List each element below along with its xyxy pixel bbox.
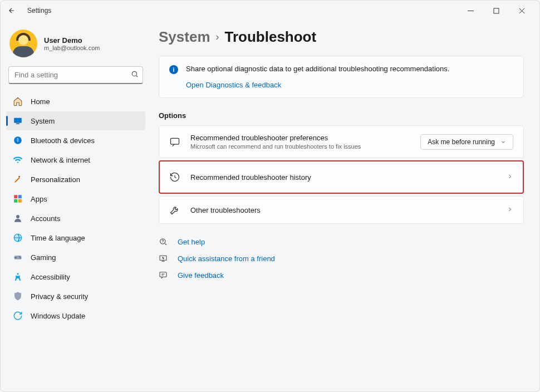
svg-rect-3 — [14, 118, 22, 123]
page-title: Troubleshoot — [225, 28, 317, 46]
minimize-button[interactable] — [463, 3, 478, 18]
svg-rect-6 — [18, 176, 20, 178]
user-name: User Demo — [44, 36, 100, 45]
info-text: Share optional diagnostic data to get ad… — [186, 64, 449, 74]
sidebar-item-windows-update[interactable]: Windows Update — [6, 306, 145, 325]
chat-icon — [169, 136, 180, 148]
link-label: Give feedback — [178, 271, 224, 280]
svg-point-15 — [20, 258, 21, 259]
info-bar: i Share optional diagnostic data to get … — [159, 56, 524, 98]
quick-assistance-link[interactable]: Quick assistance from a friend — [159, 254, 524, 263]
card-sub: Microsoft can recommend and run troubles… — [190, 143, 410, 150]
svg-rect-17 — [171, 138, 179, 144]
sidebar-item-label: Windows Update — [31, 312, 85, 320]
svg-point-16 — [17, 273, 19, 275]
user-profile[interactable]: User Demo m_lab@outlook.com — [6, 26, 145, 65]
back-button[interactable] — [5, 4, 18, 17]
apps-icon — [13, 194, 23, 204]
sidebar-item-label: Apps — [31, 195, 47, 203]
sidebar-item-label: Time & language — [31, 234, 85, 242]
sidebar-item-label: Gaming — [31, 253, 56, 262]
sidebar-item-label: Network & internet — [31, 156, 90, 164]
open-diagnostics-link[interactable]: Open Diagnostics & feedback — [186, 81, 281, 89]
search-icon — [131, 70, 139, 80]
home-icon — [13, 96, 23, 106]
wrench-icon — [169, 204, 180, 215]
give-feedback-link[interactable]: Give feedback — [159, 271, 524, 280]
search-input[interactable] — [8, 66, 143, 84]
window-title: Settings — [27, 7, 51, 14]
sidebar-item-time-language[interactable]: Time & language — [6, 228, 145, 247]
sidebar-item-label: Accessibility — [31, 273, 70, 281]
sidebar-item-label: Personalization — [31, 175, 80, 184]
sidebar-item-gaming[interactable]: Gaming — [6, 248, 145, 267]
bluetooth-icon — [13, 135, 23, 145]
accessibility-icon — [13, 272, 23, 282]
feedback-icon — [159, 271, 168, 280]
link-label: Get help — [178, 238, 205, 246]
svg-rect-7 — [14, 195, 17, 198]
svg-point-2 — [132, 71, 136, 76]
sidebar-item-label: Home — [31, 97, 50, 106]
breadcrumb-parent[interactable]: System — [159, 28, 210, 46]
svg-rect-20 — [160, 272, 166, 277]
preferences-dropdown[interactable]: Ask me before running — [420, 134, 513, 150]
user-email: m_lab@outlook.com — [44, 45, 100, 51]
svg-rect-8 — [18, 195, 22, 198]
personalization-icon — [13, 174, 23, 184]
sidebar-item-label: System — [31, 117, 55, 125]
gaming-icon — [13, 252, 23, 262]
svg-point-14 — [19, 256, 20, 257]
card-title: Recommended troubleshooter preferences — [190, 134, 410, 142]
sidebar-item-personalization[interactable]: Personalization — [6, 170, 145, 189]
chevron-right-icon — [507, 205, 513, 215]
breadcrumb: System › Troubleshoot — [159, 28, 524, 46]
sidebar-item-system[interactable]: System — [6, 111, 145, 130]
chevron-down-icon — [500, 139, 506, 145]
card-title: Recommended troubleshooter history — [190, 173, 497, 182]
svg-rect-0 — [468, 11, 474, 11]
sidebar-item-privacy[interactable]: Privacy & security — [6, 287, 145, 306]
other-troubleshooters-card[interactable]: Other troubleshooters — [159, 196, 524, 224]
chevron-right-icon — [507, 172, 513, 182]
quick-assist-icon — [159, 254, 168, 263]
accounts-icon — [13, 213, 23, 223]
chevron-right-icon: › — [216, 31, 219, 43]
history-icon — [169, 171, 180, 183]
options-header: Options — [159, 111, 524, 120]
svg-rect-9 — [14, 199, 17, 203]
sidebar-item-label: Accounts — [31, 214, 60, 223]
sidebar-item-accounts[interactable]: Accounts — [6, 209, 145, 228]
wifi-icon — [13, 155, 23, 165]
link-label: Quick assistance from a friend — [178, 254, 275, 263]
sidebar-item-bluetooth[interactable]: Bluetooth & devices — [6, 131, 145, 150]
info-icon: i — [169, 65, 178, 74]
troubleshooter-preferences-card[interactable]: Recommended troubleshooter preferences M… — [159, 125, 524, 158]
sidebar-item-apps[interactable]: Apps — [6, 189, 145, 208]
sidebar-item-label: Bluetooth & devices — [31, 136, 95, 145]
close-button[interactable] — [514, 3, 529, 18]
help-icon — [159, 237, 168, 246]
svg-point-11 — [16, 215, 19, 218]
svg-rect-4 — [16, 124, 19, 125]
troubleshooter-history-card[interactable]: Recommended troubleshooter history — [159, 160, 524, 194]
windows-update-icon — [13, 311, 23, 321]
get-help-link[interactable]: Get help — [159, 237, 524, 246]
system-icon — [13, 116, 23, 126]
sidebar-item-network[interactable]: Network & internet — [6, 150, 145, 169]
sidebar-item-accessibility[interactable]: Accessibility — [6, 267, 145, 286]
sidebar-item-label: Privacy & security — [31, 292, 88, 301]
svg-rect-10 — [18, 199, 22, 203]
maximize-button[interactable] — [488, 3, 504, 18]
dropdown-value: Ask me before running — [428, 138, 495, 146]
avatar — [9, 30, 37, 57]
privacy-icon — [13, 291, 23, 301]
svg-rect-1 — [494, 8, 499, 13]
sidebar-item-home[interactable]: Home — [6, 92, 145, 111]
time-language-icon — [13, 233, 23, 243]
card-title: Other troubleshooters — [190, 206, 497, 214]
